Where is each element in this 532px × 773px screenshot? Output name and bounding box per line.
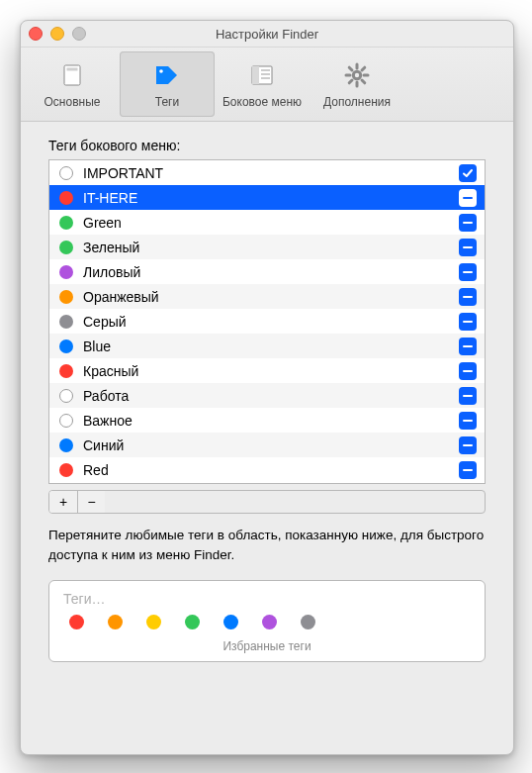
tag-visibility-mixed-icon[interactable] [459, 189, 477, 207]
svg-line-17 [349, 80, 352, 83]
tag-visibility-mixed-icon[interactable] [459, 412, 477, 430]
tag-color-dot [59, 315, 73, 329]
favorites-color-row [63, 615, 471, 635]
tag-label: IMPORTANT [83, 165, 449, 181]
tag-row[interactable]: Зеленый [49, 235, 485, 259]
tag-row[interactable]: Лиловый [49, 259, 485, 284]
tag-visibility-mixed-icon[interactable] [459, 387, 477, 405]
favorite-color-swatch[interactable] [185, 615, 200, 629]
tag-label: Работа [83, 388, 449, 404]
tag-visibility-mixed-icon[interactable] [459, 461, 477, 479]
tag-label: Лиловый [83, 264, 449, 280]
favorites-placeholder: Теги… [63, 591, 471, 607]
svg-line-14 [349, 67, 352, 70]
tag-color-dot [59, 364, 73, 378]
tag-color-dot [59, 191, 73, 205]
remove-tag-button[interactable]: − [77, 491, 105, 513]
svg-line-16 [362, 67, 365, 70]
tag-label: Серый [83, 314, 449, 330]
toolbar-tab-label: Теги [155, 95, 179, 109]
favorite-color-swatch[interactable] [223, 615, 238, 629]
sidebar-icon [246, 59, 278, 91]
titlebar: Настройки Finder [21, 21, 513, 48]
tag-label: Blue [83, 338, 449, 354]
tag-color-dot [59, 463, 73, 477]
tag-row[interactable]: Синий [49, 433, 485, 457]
toolbar: ОсновныеТегиБоковое менюДополнения [21, 48, 513, 122]
favorites-caption: Избранные теги [63, 639, 471, 653]
tag-row[interactable]: Red [49, 457, 485, 482]
tag-label: Зеленый [83, 240, 449, 255]
tags-icon [151, 59, 183, 91]
favorite-color-swatch[interactable] [108, 615, 123, 629]
svg-rect-1 [67, 68, 78, 71]
content: Теги бокового меню: IMPORTANTIT-HEREGree… [21, 122, 513, 754]
tag-row[interactable]: Красный [49, 358, 485, 383]
add-remove-controls: + − [48, 490, 486, 514]
favorite-color-swatch[interactable] [69, 615, 84, 629]
tag-label: Красный [83, 363, 449, 379]
general-icon [56, 59, 88, 91]
tag-row[interactable]: Работа [49, 383, 485, 408]
tag-color-dot [59, 414, 73, 428]
tag-label: Red [83, 462, 449, 478]
tags-list[interactable]: IMPORTANTIT-HEREGreenЗеленыйЛиловыйОранж… [48, 159, 486, 484]
tag-visibility-mixed-icon[interactable] [459, 288, 477, 306]
tag-row[interactable]: Серый [49, 309, 485, 334]
svg-point-2 [159, 69, 163, 73]
tag-color-dot [59, 241, 73, 254]
tag-color-dot [59, 438, 73, 452]
toolbar-tab-sidebar[interactable]: Боковое меню [215, 51, 310, 117]
tag-color-dot [59, 339, 73, 353]
tag-row[interactable]: Blue [49, 334, 485, 358]
add-tag-button[interactable]: + [49, 491, 77, 513]
favorite-color-swatch[interactable] [262, 615, 277, 629]
tag-visibility-mixed-icon[interactable] [459, 362, 477, 380]
svg-point-9 [355, 73, 359, 77]
tag-label: Оранжевый [83, 289, 449, 305]
advanced-icon [341, 59, 373, 91]
tag-color-dot [59, 389, 73, 403]
minimize-button[interactable] [50, 27, 64, 41]
finder-preferences-window: Настройки Finder ОсновныеТегиБоковое мен… [20, 20, 514, 755]
sidebar-tags-heading: Теги бокового меню: [48, 138, 486, 153]
tag-visibility-mixed-icon[interactable] [459, 436, 477, 454]
tag-label: Green [83, 215, 449, 231]
toolbar-tab-label: Боковое меню [222, 95, 302, 109]
tag-visibility-mixed-icon[interactable] [459, 239, 477, 256]
tag-color-dot [59, 265, 73, 279]
toolbar-tab-general[interactable]: Основные [25, 51, 120, 117]
tag-color-dot [59, 216, 73, 230]
tag-color-dot [59, 290, 73, 304]
tag-visibility-mixed-icon[interactable] [459, 313, 477, 331]
tag-row[interactable]: Оранжевый [49, 284, 485, 309]
tag-label: IT-HERE [83, 190, 449, 206]
toolbar-tab-advanced[interactable]: Дополнения [310, 51, 404, 117]
tag-row[interactable]: Green [49, 210, 485, 235]
favorite-color-swatch[interactable] [146, 615, 161, 629]
favorites-dropzone[interactable]: Теги… Избранные теги [48, 580, 486, 662]
zoom-button [72, 27, 86, 41]
svg-rect-4 [252, 66, 259, 84]
tag-row[interactable]: IT-HERE [49, 185, 485, 210]
svg-line-15 [362, 80, 365, 83]
window-title: Настройки Finder [21, 27, 513, 42]
tag-row[interactable]: IMPORTANT [49, 160, 485, 185]
tag-visibility-checked-icon[interactable] [459, 164, 477, 182]
tag-color-dot [59, 166, 73, 180]
tag-label: Синий [83, 437, 449, 453]
toolbar-tab-label: Дополнения [323, 95, 391, 109]
favorite-color-swatch[interactable] [301, 615, 315, 629]
tag-row[interactable]: Важное [49, 408, 485, 433]
tag-label: Важное [83, 413, 449, 429]
favorites-hint: Перетяните любимые теги в область, показ… [48, 526, 486, 566]
toolbar-tab-tags[interactable]: Теги [120, 51, 215, 117]
tag-visibility-mixed-icon[interactable] [459, 263, 477, 281]
tag-visibility-mixed-icon[interactable] [459, 338, 477, 355]
toolbar-tab-label: Основные [44, 95, 101, 109]
close-button[interactable] [29, 27, 43, 41]
tag-visibility-mixed-icon[interactable] [459, 214, 477, 232]
